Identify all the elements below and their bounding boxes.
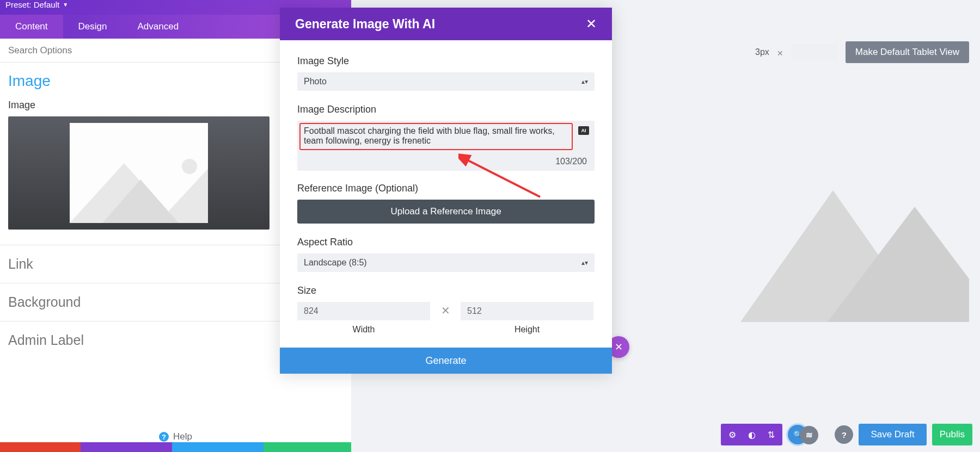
label-size: Size xyxy=(297,285,595,296)
image-placeholder[interactable] xyxy=(8,116,270,230)
help-button[interactable]: ? xyxy=(835,425,853,444)
tab-advanced[interactable]: Advanced xyxy=(122,15,194,39)
image-icon xyxy=(70,158,208,223)
layers-icon: ≋ xyxy=(806,430,813,440)
dimension-input[interactable] xyxy=(791,44,838,60)
image-style-value: Photo xyxy=(304,77,327,86)
label-reference-image: Reference Image (Optional) xyxy=(297,183,595,194)
width-caption: Width xyxy=(353,325,375,335)
size-row: Width ✕ Height xyxy=(297,302,595,335)
panel-action-save[interactable] xyxy=(264,442,351,452)
panel-action-redo[interactable] xyxy=(172,442,264,452)
width-input[interactable] xyxy=(297,302,430,320)
label-image-style: Image Style xyxy=(297,55,595,67)
bottom-action-bar: ⚙ ◐ ⇅ 🔍 ≋ ? Save Draft Publis xyxy=(721,424,972,445)
tab-content[interactable]: Content xyxy=(0,15,63,39)
modal-close-button[interactable]: ✕ xyxy=(586,16,597,32)
upload-reference-button[interactable]: Upload a Reference Image xyxy=(297,200,595,224)
aspect-ratio-value: Landscape (8:5) xyxy=(304,258,367,268)
help-link[interactable]: ? Help xyxy=(0,431,351,442)
image-icon xyxy=(740,109,969,322)
svg-point-0 xyxy=(182,159,197,174)
publish-button[interactable]: Publis xyxy=(932,424,972,445)
dimension-value: 3px xyxy=(755,47,769,57)
close-icon[interactable]: ✕ xyxy=(777,49,783,55)
gear-icon[interactable]: ⚙ xyxy=(728,430,736,440)
image-placeholder-inner xyxy=(70,123,208,223)
builder-toolbar: ⚙ ◐ ⇅ xyxy=(721,424,782,445)
image-description-textarea[interactable] xyxy=(297,121,571,169)
canvas-image-placeholder xyxy=(740,109,969,322)
history-icon[interactable]: ◐ xyxy=(748,430,756,440)
close-icon: ✕ xyxy=(615,341,623,353)
tab-design[interactable]: Design xyxy=(63,15,122,39)
chevron-up-down-icon: ▴▾ xyxy=(581,78,588,85)
height-input[interactable] xyxy=(461,302,593,320)
generate-image-modal: Generate Image With AI ✕ Image Style Pho… xyxy=(280,8,612,374)
modal-title: Generate Image With AI xyxy=(295,17,435,32)
save-draft-button[interactable]: Save Draft xyxy=(859,424,926,445)
image-description-field: AI 103/200 xyxy=(297,121,595,171)
generate-button[interactable]: Generate xyxy=(280,348,612,374)
chevron-up-down-icon: ▴▾ xyxy=(581,259,588,267)
height-caption: Height xyxy=(514,325,540,335)
help-icon: ? xyxy=(842,430,847,439)
label-image-description: Image Description xyxy=(297,104,595,115)
panel-action-delete[interactable] xyxy=(0,442,81,452)
help-icon: ? xyxy=(159,432,169,442)
panel-action-undo[interactable] xyxy=(81,442,172,452)
char-count: 103/200 xyxy=(555,157,587,166)
times-icon: ✕ xyxy=(430,302,461,317)
make-default-view-button[interactable]: Make Default Tablet View xyxy=(846,41,969,63)
ai-badge-icon[interactable]: AI xyxy=(578,126,589,135)
preset-label: Preset: Default xyxy=(5,0,59,9)
help-label: Help xyxy=(173,431,192,442)
close-icon: ✕ xyxy=(586,16,597,31)
label-aspect-ratio: Aspect Ratio xyxy=(297,237,595,248)
layers-button[interactable]: ≋ xyxy=(800,426,818,444)
caret-down-icon: ▼ xyxy=(63,2,68,8)
viewport-controls: 3px ✕ Make Default Tablet View xyxy=(755,41,969,63)
aspect-ratio-select[interactable]: Landscape (8:5) ▴▾ xyxy=(297,253,595,272)
modal-body: Image Style Photo ▴▾ Image Description A… xyxy=(280,40,612,348)
modal-header: Generate Image With AI ✕ xyxy=(280,8,612,40)
image-style-select[interactable]: Photo ▴▾ xyxy=(297,72,595,91)
sort-icon[interactable]: ⇅ xyxy=(768,430,775,440)
